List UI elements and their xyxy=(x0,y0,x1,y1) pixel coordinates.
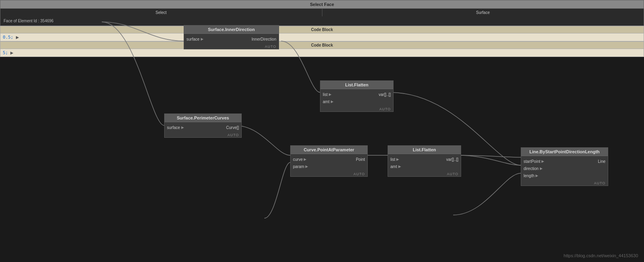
list-flatten-1-list-arrow: ▶ xyxy=(329,92,332,96)
curve-input-port: curve ▶ xyxy=(293,157,306,162)
curve-point-footer: AUTO xyxy=(291,172,367,176)
list-flatten-2-output: var[]..[] xyxy=(446,157,458,162)
start-point-input-arrow: ▶ xyxy=(541,159,544,163)
select-face-header: Select Face xyxy=(0,0,644,8)
list-flatten-2-node[interactable]: List.Flatten list ▶ var[]..[] amt ▶ AUTO xyxy=(388,145,461,177)
code-block-1-port: ▶ xyxy=(16,35,19,39)
direction-input-arrow: ▶ xyxy=(540,166,543,170)
list-flatten-1-list-row: list ▶ var[]..[] xyxy=(320,91,393,98)
curve-input-arrow: ▶ xyxy=(304,157,306,161)
surface-input-arrow: ▶ xyxy=(201,37,204,41)
select-face-info: Face of Element Id : 354696 xyxy=(0,16,644,25)
list-flatten-2-header: List.Flatten xyxy=(388,146,461,154)
surface-inner-direction-row: surface ▶ InnerDirection xyxy=(184,35,279,43)
surface-inner-direction-body: surface ▶ InnerDirection xyxy=(184,34,279,44)
list-flatten-2-amt-arrow: ▶ xyxy=(398,164,401,168)
list-flatten-2-amt-label: amt xyxy=(390,164,397,169)
param-input-port: param ▶ xyxy=(293,164,308,169)
list-flatten-1-footer: AUTO xyxy=(320,107,393,111)
list-flatten-2-amt-port: amt ▶ xyxy=(390,164,401,169)
surface-perimeter-curves-node[interactable]: Surface.PerimeterCurves surface ▶ Curve[… xyxy=(164,113,242,138)
list-flatten-1-amt-arrow: ▶ xyxy=(331,100,334,104)
curve-point-body: curve ▶ Point param ▶ xyxy=(291,154,367,172)
length-input-label: length xyxy=(524,174,534,178)
code-block-2-port: ▶ xyxy=(10,51,14,55)
watermark: https://blog.csdn.net/weixin_44153630 xyxy=(564,253,638,258)
code-block-1-header: Code Block xyxy=(0,26,644,33)
param-input-label: param xyxy=(293,164,304,169)
curve-input-label: curve xyxy=(293,157,303,162)
code-block-2-header: Code Block xyxy=(0,42,644,49)
surface-perimeter-curves-row: surface ▶ Curve[] xyxy=(165,124,241,131)
select-button[interactable]: Select xyxy=(0,9,322,16)
list-flatten-1-amt-label: amt xyxy=(323,100,330,104)
surface-input-label: surface xyxy=(186,37,200,41)
surface-perim-arrow: ▶ xyxy=(181,125,184,129)
length-input-arrow: ▶ xyxy=(535,174,538,178)
list-flatten-2-amt-row: amt ▶ xyxy=(388,163,461,170)
curve-point-param-row: param ▶ xyxy=(291,163,367,170)
surface-inner-direction-header: Surface.InnerDirection xyxy=(184,25,279,34)
list-flatten-2-body: list ▶ var[]..[] amt ▶ xyxy=(388,154,461,172)
list-flatten-2-list-label: list xyxy=(390,157,395,162)
list-flatten-2-footer: AUTO xyxy=(388,172,461,176)
direction-input-label: direction xyxy=(524,166,539,171)
code-block-2-node[interactable]: Code Block 5; ▶ xyxy=(0,41,644,57)
surface-perimeter-curves-footer: AUTO xyxy=(165,133,241,137)
direction-input-port: direction ▶ xyxy=(524,166,543,171)
surface-perimeter-curves-body: surface ▶ Curve[] xyxy=(165,122,241,133)
code-block-1-body: 0.5; ▶ xyxy=(0,33,644,41)
surface-input-port: surface ▶ xyxy=(186,37,204,41)
code-block-2-body: 5; ▶ xyxy=(0,49,644,57)
line-output: Line xyxy=(598,159,605,164)
list-flatten-1-body: list ▶ var[]..[] amt ▶ xyxy=(320,89,393,107)
curve-point-at-parameter-node[interactable]: Curve.PointAtParameter curve ▶ Point par… xyxy=(290,145,368,177)
list-flatten-1-list-port: list ▶ xyxy=(323,92,332,97)
list-flatten-1-amt-port: amt ▶ xyxy=(323,100,334,104)
surface-inner-direction-node[interactable]: Surface.InnerDirection surface ▶ InnerDi… xyxy=(184,25,279,49)
select-face-row: Select Surface xyxy=(0,8,644,16)
line-length-row: length ▶ xyxy=(521,172,608,179)
select-face-node[interactable]: Select Face Select Surface Face of Eleme… xyxy=(0,0,644,26)
node-canvas: Select Face Select Surface Face of Eleme… xyxy=(0,0,644,262)
surface-perim-input-label: surface xyxy=(167,125,180,130)
list-flatten-1-header: List.Flatten xyxy=(320,81,393,89)
surface-inner-direction-footer: AUTO xyxy=(184,44,279,49)
surface-perimeter-curves-header: Surface.PerimeterCurves xyxy=(165,114,241,122)
list-flatten-2-list-port: list ▶ xyxy=(390,157,399,162)
list-flatten-2-list-arrow: ▶ xyxy=(396,157,399,161)
line-direction-row: direction ▶ xyxy=(521,165,608,172)
line-by-start-point-body: startPoint ▶ Line direction ▶ length ▶ xyxy=(521,156,608,181)
curve-point-header: Curve.PointAtParameter xyxy=(291,146,367,154)
surface-perim-input-port: surface ▶ xyxy=(167,125,184,130)
code-block-1-node[interactable]: Code Block 0.5; ▶ xyxy=(0,26,644,41)
list-flatten-1-node[interactable]: List.Flatten list ▶ var[]..[] amt ▶ AUTO xyxy=(320,80,394,112)
point-output: Point xyxy=(356,157,365,162)
param-input-arrow: ▶ xyxy=(305,164,308,168)
length-input-port: length ▶ xyxy=(524,174,538,178)
list-flatten-1-output: var[]..[] xyxy=(378,92,391,97)
surface-label: Surface xyxy=(322,9,644,16)
curve-point-curve-row: curve ▶ Point xyxy=(291,156,367,163)
code-block-1-value: 0.5; xyxy=(3,35,14,40)
inner-direction-output: InnerDirection xyxy=(252,37,276,41)
list-flatten-1-list-label: list xyxy=(323,92,328,97)
start-point-input-label: startPoint xyxy=(524,159,540,164)
start-point-input-port: startPoint ▶ xyxy=(524,159,544,164)
line-start-point-row: startPoint ▶ Line xyxy=(521,158,608,165)
line-by-start-point-footer: AUTO xyxy=(521,181,608,186)
line-by-start-point-header: Line.ByStartPointDirectionLength xyxy=(521,148,608,156)
list-flatten-1-amt-row: amt ▶ xyxy=(320,98,393,105)
line-by-start-point-node[interactable]: Line.ByStartPointDirectionLength startPo… xyxy=(521,147,608,186)
curve-output: Curve[] xyxy=(226,125,239,130)
code-block-2-value: 5; xyxy=(3,50,8,55)
list-flatten-2-list-row: list ▶ var[]..[] xyxy=(388,156,461,163)
